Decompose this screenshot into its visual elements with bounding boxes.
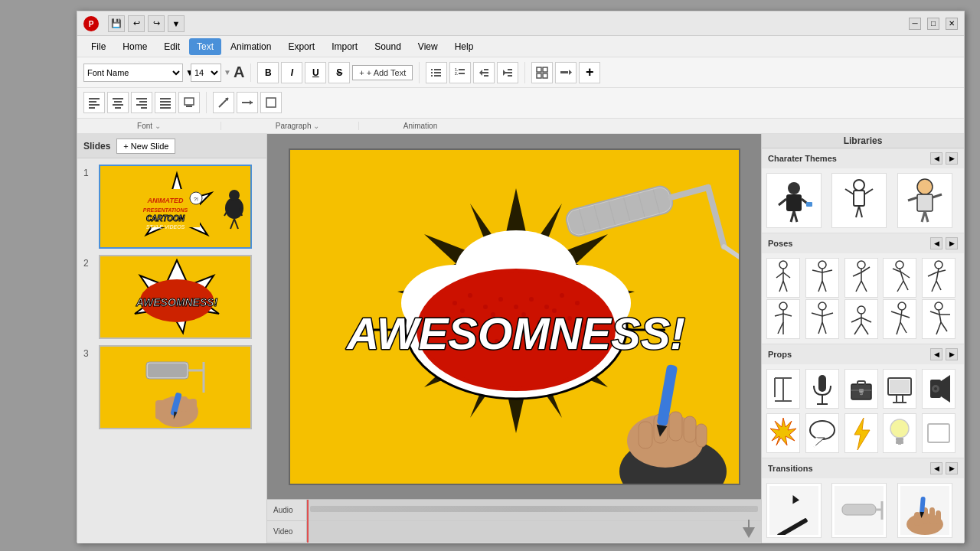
slide-thumbnail-1[interactable]: ANIMATED PRESENTATIONS ?! CARTOON STYLE … bbox=[99, 165, 252, 249]
timeline-marker[interactable] bbox=[307, 500, 309, 543]
bold-button[interactable]: B bbox=[257, 62, 279, 83]
prop-microphone[interactable] bbox=[805, 369, 839, 409]
slide-thumbnail-3[interactable] bbox=[99, 345, 252, 429]
svg-line-209 bbox=[900, 310, 902, 322]
menu-file[interactable]: File bbox=[83, 38, 113, 55]
character-cartoon-man[interactable] bbox=[897, 173, 952, 228]
svg-text:P: P bbox=[89, 20, 94, 28]
character-themes-next[interactable]: ▶ bbox=[946, 152, 958, 165]
pose-3[interactable] bbox=[844, 258, 878, 298]
align-left-button[interactable] bbox=[83, 92, 105, 113]
character-businessman[interactable] bbox=[766, 173, 822, 228]
transition-roller-wipe[interactable] bbox=[831, 483, 887, 538]
text-more-button[interactable] bbox=[178, 92, 200, 113]
pose-7[interactable] bbox=[805, 299, 839, 339]
pose-8[interactable] bbox=[844, 299, 878, 339]
transitions-next[interactable]: ▶ bbox=[946, 462, 958, 474]
slide-thumbnail-2[interactable]: AWESOMNESS! bbox=[99, 255, 252, 339]
menu-edit[interactable]: Edit bbox=[156, 38, 188, 55]
font-expand-icon[interactable]: ⌄ bbox=[155, 122, 161, 130]
menu-dropdown-button[interactable]: ▼ bbox=[168, 15, 185, 32]
pose-4[interactable] bbox=[883, 258, 916, 298]
add-text-button[interactable]: + + Add Text bbox=[352, 65, 413, 80]
character-themes-prev[interactable]: ◀ bbox=[930, 152, 942, 165]
menu-text[interactable]: Text bbox=[189, 38, 221, 55]
undo-button[interactable]: ↩ bbox=[128, 15, 145, 32]
pose-10[interactable] bbox=[922, 299, 956, 339]
menu-import[interactable]: Import bbox=[324, 38, 365, 55]
slide-item-2[interactable]: 2 AWESOMNESS! bbox=[83, 255, 260, 339]
align-justify-button[interactable] bbox=[155, 92, 176, 113]
pose-2[interactable] bbox=[805, 258, 839, 298]
prop-speech-bubble[interactable] bbox=[805, 413, 839, 453]
slide-item-3[interactable]: 3 bbox=[83, 345, 260, 429]
ordered-list-button[interactable]: 1.2. bbox=[449, 62, 471, 83]
prop-screen[interactable] bbox=[883, 369, 916, 409]
align-right-button[interactable] bbox=[131, 92, 152, 113]
video-track-label: Video bbox=[267, 521, 307, 542]
anim-horizontal-button[interactable] bbox=[237, 92, 258, 113]
svg-marker-238 bbox=[941, 375, 950, 403]
prop-rectangle[interactable] bbox=[922, 413, 956, 453]
prop-speaker[interactable] bbox=[922, 369, 956, 409]
menu-home[interactable]: Home bbox=[115, 38, 155, 55]
new-slide-button[interactable]: + New Slide bbox=[116, 139, 175, 154]
maximize-button[interactable]: □ bbox=[927, 18, 939, 30]
menu-view[interactable]: View bbox=[410, 38, 446, 55]
increase-indent-button[interactable] bbox=[497, 62, 518, 83]
svg-line-159 bbox=[933, 194, 942, 197]
save-button[interactable]: 💾 bbox=[108, 15, 125, 32]
timeline-cursor[interactable] bbox=[743, 520, 755, 540]
anim-diagonal-button[interactable] bbox=[213, 92, 234, 113]
transitions-prev[interactable]: ◀ bbox=[930, 462, 942, 474]
redo-button[interactable]: ↪ bbox=[148, 15, 165, 32]
align-center-button[interactable] bbox=[107, 92, 129, 113]
pose-9[interactable] bbox=[883, 299, 916, 339]
unordered-list-button[interactable] bbox=[426, 62, 447, 83]
prop-explosion[interactable] bbox=[766, 413, 800, 453]
slides-title: Slides bbox=[83, 141, 110, 152]
menu-export[interactable]: Export bbox=[280, 38, 322, 55]
svg-marker-241 bbox=[770, 418, 796, 445]
menu-sound[interactable]: Sound bbox=[367, 38, 409, 55]
pose-1[interactable] bbox=[766, 258, 800, 298]
svg-line-211 bbox=[900, 315, 910, 318]
transition-hand-wipe[interactable] bbox=[897, 483, 952, 538]
underline-button[interactable]: U bbox=[305, 62, 326, 83]
prop-lightning[interactable] bbox=[844, 413, 878, 453]
character-stick-excited[interactable] bbox=[831, 173, 887, 228]
props-prev[interactable]: ◀ bbox=[930, 348, 942, 360]
anim-empty-button[interactable] bbox=[260, 92, 282, 113]
paragraph-expand-icon[interactable]: ⌄ bbox=[313, 122, 319, 130]
italic-button[interactable]: I bbox=[281, 62, 302, 83]
poses-prev[interactable]: ◀ bbox=[930, 237, 942, 249]
strikethrough-button[interactable]: S bbox=[328, 62, 350, 83]
close-button[interactable]: ✕ bbox=[946, 18, 958, 30]
slide-item-1[interactable]: 1 ANIMATED PRESENTATIONS ?! bbox=[83, 165, 260, 249]
svg-point-96 bbox=[575, 301, 580, 305]
anim-add-button[interactable]: + bbox=[579, 62, 600, 83]
menu-animation[interactable]: Animation bbox=[223, 38, 279, 55]
prop-briefcase[interactable]: $ bbox=[844, 369, 878, 409]
anim-arrow-button[interactable] bbox=[555, 62, 577, 83]
slide-canvas[interactable]: AWESOMNESS! bbox=[289, 148, 740, 485]
minimize-button[interactable]: ─ bbox=[909, 18, 921, 30]
slides-panel: Slides + New Slide 1 AN bbox=[77, 134, 267, 543]
menu-help[interactable]: Help bbox=[447, 38, 482, 55]
transition-marker-wipe[interactable] bbox=[766, 483, 822, 538]
video-track[interactable] bbox=[307, 521, 761, 542]
poses-next[interactable]: ▶ bbox=[946, 237, 958, 249]
props-next[interactable]: ▶ bbox=[946, 348, 958, 360]
font-size-select[interactable]: 14 bbox=[191, 64, 221, 82]
svg-line-205 bbox=[861, 318, 871, 322]
decrease-indent-button[interactable] bbox=[473, 62, 495, 83]
audio-track[interactable] bbox=[307, 500, 761, 520]
prop-lightbulb[interactable] bbox=[883, 413, 916, 453]
pose-5[interactable] bbox=[922, 258, 956, 298]
pose-6[interactable] bbox=[766, 299, 800, 339]
anim-grid-button[interactable] bbox=[531, 62, 553, 83]
prop-stand[interactable] bbox=[766, 369, 800, 409]
svg-line-207 bbox=[861, 324, 868, 334]
canvas-wrapper[interactable]: AWESOMNESS! bbox=[267, 134, 761, 499]
font-family-select[interactable]: Font Name bbox=[83, 64, 183, 82]
